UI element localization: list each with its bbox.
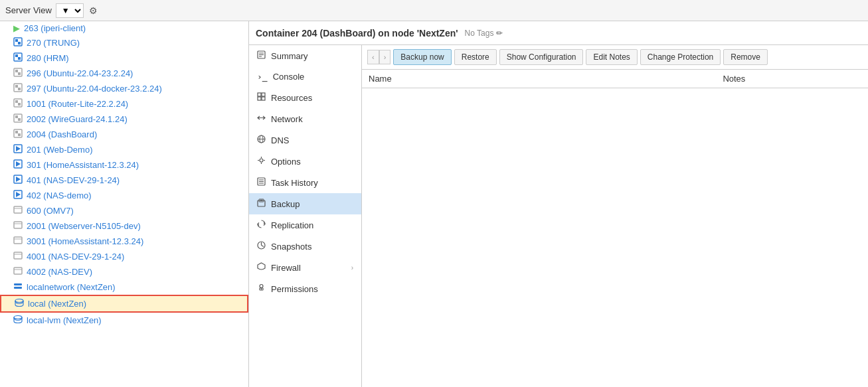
toolbar-nav: ‹ › — [367, 50, 391, 64]
tab-replication-label: Replication — [271, 220, 313, 230]
sidebar-item-402[interactable]: 402 (NAS-demo) — [0, 188, 248, 203]
tab-snapshots[interactable]: Snapshots — [249, 236, 361, 257]
content-header: Container 204 (DashBoard) on node 'NextZ… — [249, 21, 868, 45]
sidebar-item-4001[interactable]: 4001 (NAS-DEV-29-1-24) — [0, 249, 248, 264]
sidebar-item-4002[interactable]: 4002 (NAS-DEV) — [0, 264, 248, 279]
tab-action-area: Summary ›_ Console Resources Network — [249, 45, 868, 387]
ct-off2-icon — [13, 266, 23, 277]
sidebar-item-1001[interactable]: 1001 (Router-Lite-22.2.24) — [0, 96, 248, 112]
ct-icon — [13, 37, 23, 48]
sidebar-item-301[interactable]: 301 (HomeAssistant-12.3.24) — [0, 157, 248, 173]
tab-dns-label: DNS — [271, 135, 289, 145]
action-toolbar: ‹ › Backup now Restore Show Configuratio… — [362, 45, 868, 70]
svg-marker-22 — [16, 146, 21, 151]
vm-run-icon — [13, 175, 23, 186]
tab-backup[interactable]: Backup — [249, 193, 361, 214]
svg-rect-4 — [15, 54, 18, 57]
tab-snapshots-label: Snapshots — [271, 242, 311, 252]
sidebar-item-3001[interactable]: 3001 (HomeAssistant-12.3.24) — [0, 234, 248, 249]
edit-pencil-icon[interactable]: ✏ — [496, 29, 503, 38]
tab-summary-label: Summary — [271, 51, 308, 61]
dns-icon — [257, 135, 266, 145]
tab-permissions-label: Permissions — [271, 284, 318, 294]
sidebar-item-localnetwork[interactable]: localnetwork (NextZen) — [0, 279, 248, 295]
backup-icon — [257, 198, 266, 209]
sidebar-item-201[interactable]: 201 (Web-Demo) — [0, 142, 248, 157]
svg-rect-11 — [18, 88, 21, 90]
no-tags-label: No Tags — [465, 29, 494, 38]
ct-icon — [13, 52, 23, 64]
sidebar-item-local[interactable]: local (NextZen) — [0, 295, 248, 313]
tab-console[interactable]: ›_ Console — [249, 66, 361, 87]
ct-off2-icon — [13, 251, 23, 262]
sidebar: ▶ 263 (iperi-client) 270 (TRUNG) 280 (HR… — [0, 21, 249, 387]
svg-rect-51 — [258, 93, 261, 96]
col-name-header: Name — [362, 70, 716, 88]
show-configuration-button[interactable]: Show Configuration — [499, 49, 584, 65]
sidebar-item-600[interactable]: 600 (OMV7) — [0, 203, 248, 218]
server-view-title: Server View — [5, 5, 52, 15]
top-bar: Server View ▼ ⚙ — [0, 0, 868, 21]
tab-network-label: Network — [271, 114, 303, 124]
tab-task-history[interactable]: Task History — [249, 172, 361, 193]
nav-left-button[interactable]: ‹ — [367, 50, 379, 64]
sidebar-item-297[interactable]: 297 (Ubuntu-22.04-docker-23.2.24) — [0, 81, 248, 96]
ct-off2-icon — [13, 205, 23, 216]
tab-resources-label: Resources — [271, 93, 312, 103]
tab-resources[interactable]: Resources — [249, 87, 361, 108]
svg-rect-53 — [258, 97, 261, 100]
svg-marker-24 — [16, 161, 21, 167]
tab-permissions[interactable]: Permissions — [249, 278, 361, 299]
sidebar-item-2004[interactable]: 2004 (DashBoard) — [0, 127, 248, 142]
firewall-icon — [257, 262, 266, 273]
svg-rect-5 — [18, 57, 21, 60]
remove-button[interactable]: Remove — [723, 49, 768, 65]
sidebar-item-280[interactable]: 280 (HRM) — [0, 50, 248, 66]
svg-rect-52 — [262, 93, 265, 96]
svg-rect-1 — [15, 39, 18, 42]
tab-backup-label: Backup — [271, 199, 300, 209]
edit-notes-button[interactable]: Edit Notes — [586, 49, 637, 65]
sidebar-item-local-lvm[interactable]: local-lvm (NextZen) — [0, 313, 248, 328]
tab-options[interactable]: Options — [249, 151, 361, 172]
tab-summary[interactable]: Summary — [249, 45, 361, 66]
svg-rect-37 — [14, 268, 22, 274]
tab-network[interactable]: Network — [249, 108, 361, 129]
firewall-arrow-icon: › — [351, 264, 353, 271]
svg-rect-54 — [262, 97, 265, 100]
svg-point-58 — [260, 159, 263, 162]
svg-rect-29 — [14, 206, 22, 213]
sidebar-item-296[interactable]: 296 (Ubuntu-22.04-23.2.24) — [0, 66, 248, 81]
nav-right-button[interactable]: › — [379, 50, 391, 64]
svg-rect-35 — [14, 252, 22, 259]
network-icon — [257, 114, 266, 124]
col-notes-header: Notes — [716, 70, 868, 88]
svg-marker-26 — [16, 177, 21, 182]
svg-rect-40 — [14, 287, 22, 289]
sidebar-item-2001[interactable]: 2001 (Webserver-N5105-dev) — [0, 218, 248, 234]
sidebar-item-263[interactable]: ▶ 263 (iperi-client) — [0, 21, 248, 35]
tab-replication[interactable]: Replication — [249, 214, 361, 236]
tab-dns[interactable]: DNS — [249, 129, 361, 151]
svg-rect-10 — [15, 85, 18, 88]
backup-now-button[interactable]: Backup now — [393, 49, 451, 65]
pool-icon — [13, 281, 23, 293]
svg-rect-16 — [15, 116, 18, 118]
tab-options-label: Options — [271, 157, 301, 167]
gear-icon[interactable]: ⚙ — [89, 5, 98, 16]
restore-button[interactable]: Restore — [454, 49, 497, 65]
main-layout: ▶ 263 (iperi-client) 270 (TRUNG) 280 (HR… — [0, 21, 868, 387]
svg-point-41 — [15, 299, 23, 303]
sidebar-item-2002[interactable]: 2002 (WireGuard-24.1.24) — [0, 112, 248, 127]
sidebar-item-401[interactable]: 401 (NAS-DEV-29-1-24) — [0, 173, 248, 188]
svg-rect-8 — [18, 72, 21, 75]
storage-icon — [15, 298, 24, 309]
svg-rect-2 — [18, 42, 21, 44]
tab-task-history-label: Task History — [271, 178, 318, 188]
change-protection-button[interactable]: Change Protection — [640, 49, 721, 65]
server-view-dropdown[interactable]: ▼ — [56, 3, 84, 18]
svg-rect-7 — [15, 70, 18, 72]
svg-rect-39 — [14, 283, 22, 285]
tab-firewall[interactable]: Firewall › — [249, 257, 361, 278]
sidebar-item-270[interactable]: 270 (TRUNG) — [0, 35, 248, 50]
